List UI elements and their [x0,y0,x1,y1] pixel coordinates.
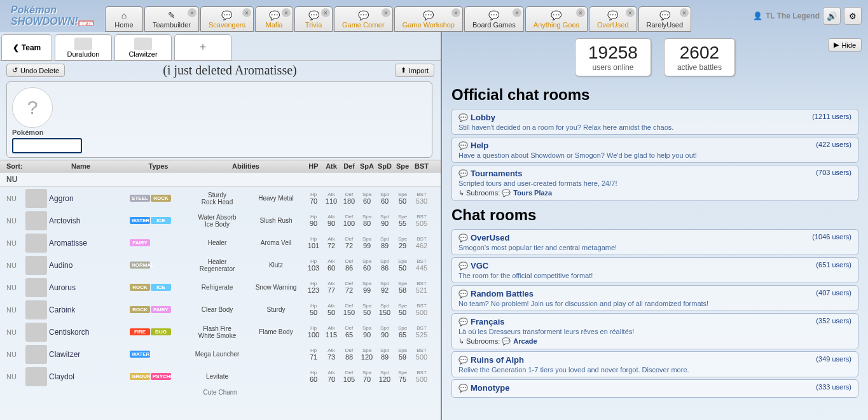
pokemon-card: ? Pokémon [6,81,432,158]
tab-scavengers[interactable]: 💬Scavengers× [200,6,254,32]
chat-rooms: 💬OverUsed(1046 users)Smogon's most popul… [451,229,858,398]
sort-spa[interactable]: SpA [358,162,376,170]
room-card[interactable]: 💬Help(422 users)Have a question about Sh… [451,137,858,163]
close-icon[interactable]: × [513,8,521,17]
pokemon-label: Pokémon [12,129,44,136]
sort-hp[interactable]: HP [305,162,322,170]
official-rooms: 💬Lobby(1211 users)Still haven't decided … [451,109,858,201]
teambuilder-pane: ❮ Team Duraludon Clawitzer + ↺ Undo Dele… [0,32,442,420]
delete-note: (i just deleted Aromatisse) [74,63,385,78]
close-icon[interactable]: × [282,8,291,17]
dex-list: NUAggronSteelRockSturdyRock HeadHeavy Me… [0,187,441,388]
sort-name[interactable]: Name [32,162,130,170]
import-button[interactable]: ⬆ Import [395,64,434,77]
dex-row[interactable]: NUCarbinkRockFairyClear BodySturdyHp50At… [0,298,441,321]
room-card[interactable]: 💬OverUsed(1046 users)Smogon's most popul… [451,229,858,255]
sort-row: Sort: Name Types Abilities HP Atk Def Sp… [0,160,441,172]
topbar: ↺ Undo Delete (i just deleted Aromatisse… [0,61,441,80]
room-card[interactable]: 💬Français(352 users)Là où les Dresseurs … [451,313,858,349]
userbar: 👤 TL The Legend 🔊 ⚙ [747,0,868,32]
tab-corner[interactable]: 💬Game Corner× [334,6,393,32]
team-tabs: ❮ Team Duraludon Clawitzer + [0,32,441,61]
dex-row[interactable]: NUAurorusRockIceRefrigerateSnow WarningH… [0,276,441,298]
tab-ou[interactable]: 💬OverUsed× [589,6,637,32]
close-icon[interactable]: × [382,8,390,17]
close-icon[interactable]: × [576,8,585,17]
tab-teambuilder[interactable]: ✎Teambuilder× [144,6,199,32]
sort-types[interactable]: Types [130,162,187,170]
close-icon[interactable]: × [321,8,330,17]
main-tabs: ⌂Home✎Teambuilder×💬Scavengers×💬Mafia×💬Tr… [105,0,747,32]
pokemon-portrait: ? [12,87,53,128]
team-slot-1[interactable]: Duraludon [55,34,112,60]
username[interactable]: TL The Legend [766,11,820,20]
back-to-team[interactable]: ❮ Team [1,34,52,60]
dex-row[interactable]: NUCentiskorchFireBugFlash FireWhite Smok… [0,321,441,343]
users-online-box: 19258 users online [575,38,651,76]
dex-row[interactable]: NUClawitzerWaterMega LauncherHp71Atk73De… [0,343,441,365]
close-icon[interactable]: × [680,8,689,17]
tab-ru[interactable]: 💬RarelyUsed× [638,6,691,32]
logo[interactable]: PokémonSHOWDOWN!BETA [0,0,105,32]
sort-bst[interactable]: BST [411,162,432,170]
dex-row[interactable]: NUClaydolGroundPsychicLevitateHp60Atk70D… [0,365,441,388]
tab-board[interactable]: 💬Board Games× [464,6,524,32]
tab-home[interactable]: ⌂Home [105,6,143,32]
room-card[interactable]: 💬VGC(651 users)The room for the official… [451,257,858,283]
team-slot-2[interactable]: Clawitzer [114,34,172,60]
close-icon[interactable]: × [626,8,635,17]
pokemon-input[interactable] [12,138,82,153]
tab-mafia[interactable]: 💬Mafia× [255,6,293,32]
stats-row: 19258 users online 2602 active battles [451,38,858,76]
active-battles-box: 2602 active battles [664,38,735,76]
room-card[interactable]: 💬Ruins of Alph(349 users)Relive the Gene… [451,351,858,377]
main: ❮ Team Duraludon Clawitzer + ↺ Undo Dele… [0,32,868,420]
close-icon[interactable]: × [188,8,196,17]
add-slot[interactable]: + [174,34,231,60]
sort-spd[interactable]: SpD [376,162,394,170]
tier-header: NU [0,172,441,187]
tab-workshop[interactable]: 💬Game Workshop× [394,6,463,32]
mascot-right [748,38,780,76]
dex-row[interactable]: NUArctovishWaterIceWater AbsorbIce BodyS… [0,209,441,232]
header: PokémonSHOWDOWN!BETA ⌂Home✎Teambuilder×💬… [0,0,868,32]
close-icon[interactable]: × [451,8,460,17]
home-pane: ▶ Hide 19258 users online 2602 active ba… [442,32,868,420]
official-rooms-header: Official chat rooms [451,86,858,104]
undo-delete-button[interactable]: ↺ Undo Delete [6,64,65,77]
tab-ag[interactable]: 💬Anything Goes× [525,6,588,32]
sort-spe[interactable]: Spe [394,162,411,170]
chat-rooms-header: Chat rooms [451,206,858,224]
room-card[interactable]: 💬Monotype(333 users) [451,379,858,398]
close-icon[interactable]: × [242,8,251,17]
sort-atk[interactable]: Atk [322,162,340,170]
room-card[interactable]: 💬Tournaments(703 users)Scripted tours an… [451,165,858,201]
settings-button[interactable]: ⚙ [844,7,862,25]
tab-trivia[interactable]: 💬Trivia× [294,6,333,32]
sort-def[interactable]: Def [340,162,358,170]
sound-button[interactable]: 🔊 [823,7,841,25]
dex-row[interactable]: NUAromatisseFairyHealerAroma VeilHp101At… [0,232,441,254]
dex-row[interactable]: NUAggronSteelRockSturdyRock HeadHeavy Me… [0,187,441,209]
sort-abilities[interactable]: Abilities [187,162,305,170]
user-icon: 👤 [753,11,762,20]
dex-row[interactable]: NUAudinoNormalHealerRegeneratorKlutzHp10… [0,254,441,276]
mascot-left [530,38,562,76]
sort-label: Sort: [6,162,32,170]
room-card[interactable]: 💬Random Battles(407 users)No team? No pr… [451,285,858,311]
room-card[interactable]: 💬Lobby(1211 users)Still haven't decided … [451,109,858,135]
